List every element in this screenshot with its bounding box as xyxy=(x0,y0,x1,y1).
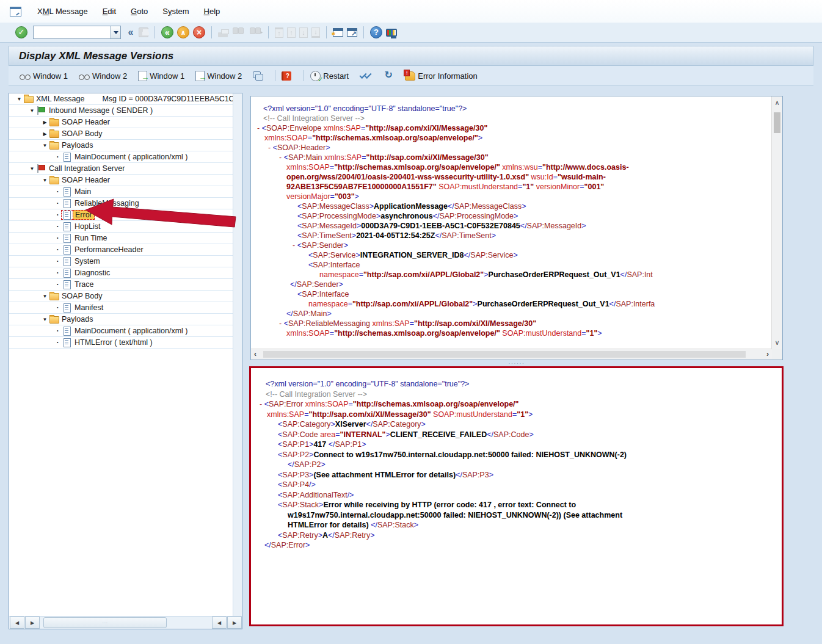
tree-item-maindocument-application-xml[interactable]: ·MainDocument ( application/xml ) xyxy=(9,151,233,163)
xml-line: </SAP:Main> xyxy=(256,309,772,319)
tree-vertical-scrollbar[interactable] xyxy=(233,93,242,617)
caret-closed-icon[interactable]: ▶ xyxy=(41,131,49,137)
doc-icon xyxy=(62,153,73,161)
system-toolbar: ✓ « « ∧ × + ↑ ↑ ↓ ↓ * ↗ ? xyxy=(0,23,822,43)
save-icon[interactable] xyxy=(139,27,148,37)
scroll-left-icon[interactable]: ‹ xyxy=(254,350,256,358)
collapse-icon[interactable]: « xyxy=(126,26,135,39)
customize-layout-icon[interactable] xyxy=(386,29,397,37)
error-information-button[interactable]: !Error Information xyxy=(402,70,480,82)
find-icon[interactable] xyxy=(231,29,245,36)
scroll-thumb[interactable]: ∙∙∙ xyxy=(43,617,167,628)
tree-item-trace[interactable]: ·Trace xyxy=(9,279,233,291)
menu-help[interactable]: Help xyxy=(197,4,228,18)
double-check-button[interactable] xyxy=(357,70,374,82)
caret-open-icon[interactable]: ▼ xyxy=(28,166,36,172)
tree-item-reliablemessaging[interactable]: ·ReliableMessaging xyxy=(9,198,233,209)
scroll-left-button[interactable]: ◀ xyxy=(212,617,227,629)
caret-open-icon[interactable]: ▼ xyxy=(28,108,36,114)
msg-id-text: Msg ID = 000D3A79C9D11EEBA5C1C0F5 xyxy=(102,95,233,103)
page-title: Display XML Message Versions xyxy=(19,50,173,62)
caret-open-icon[interactable]: ▼ xyxy=(41,317,49,322)
doc-icon xyxy=(62,245,73,254)
previous-page-icon[interactable]: ↑ xyxy=(287,27,296,38)
tree-item-payloads[interactable]: ▼Payloads xyxy=(9,140,233,151)
caret-closed-icon[interactable]: ▶ xyxy=(41,120,49,125)
print-icon[interactable] xyxy=(218,32,228,37)
help-icon[interactable]: ? xyxy=(370,26,382,38)
menu-goto[interactable]: Goto xyxy=(123,4,155,18)
caret-open-icon[interactable]: ▼ xyxy=(15,96,23,102)
menu-xml-message[interactable]: XML Message xyxy=(30,4,95,18)
caret-open-icon[interactable]: ▼ xyxy=(41,294,49,299)
scroll-right-icon[interactable]: › xyxy=(766,350,769,358)
xml-main-vertical-scrollbar[interactable]: ∧ ∨ xyxy=(771,96,782,349)
scroll-thumb[interactable] xyxy=(774,112,780,133)
leaf-bullet: · xyxy=(54,234,62,242)
tree-item-soap-body[interactable]: ▼SOAP Body xyxy=(9,291,233,302)
find-next-icon[interactable]: + xyxy=(249,29,262,36)
leaf-bullet: · xyxy=(54,199,62,208)
tree-item-manifest[interactable]: ·Manifest xyxy=(9,302,233,314)
back-icon[interactable]: « xyxy=(161,26,173,38)
refresh-icon: ↻ xyxy=(383,71,394,81)
new-session-icon[interactable]: * xyxy=(333,28,343,37)
caret-open-icon[interactable]: ▼ xyxy=(41,178,49,183)
tree-item-system[interactable]: ·System xyxy=(9,256,233,267)
folder-icon xyxy=(49,129,60,138)
tree-item-soap-header[interactable]: ▼SOAP Header xyxy=(9,175,233,186)
tree-item-inbound-message-sender[interactable]: ▼Inbound Message ( SENDER ) xyxy=(9,105,233,117)
caret-open-icon[interactable]: ▼ xyxy=(41,143,49,148)
exit-icon[interactable]: ∧ xyxy=(177,26,189,38)
window-1-button[interactable]: Window 1 xyxy=(17,70,70,82)
tree-item-soap-body[interactable]: ▶SOAP Body xyxy=(9,128,233,140)
xml-line: <SAP:P3>(See attachment HTMLError for de… xyxy=(258,470,782,480)
tree-item-xml-message[interactable]: ▼XML MessageMsg ID = 000D3A79C9D11EEBA5C… xyxy=(9,93,233,105)
leaf-bullet: · xyxy=(54,245,62,254)
menu-system[interactable]: System xyxy=(155,4,196,18)
tree-item-performanceheader[interactable]: ·PerformanceHeader xyxy=(9,244,233,256)
tree-item-hoplist[interactable]: ·HopList xyxy=(9,221,233,233)
tree-item-payloads[interactable]: ▼Payloads xyxy=(9,314,233,325)
last-page-icon[interactable]: ↓ xyxy=(311,27,320,38)
tree-item-error[interactable]: ·Error xyxy=(9,209,233,221)
first-page-icon[interactable]: ↑ xyxy=(275,27,283,38)
sap-gui-window: XML Message Edit Goto System Help ✓ « « … xyxy=(0,0,822,644)
xml-main-horizontal-scrollbar[interactable]: ‹ › xyxy=(251,349,772,360)
cancel-icon[interactable]: × xyxy=(193,26,205,38)
xml-line: <SAP:ProcessingMode>asynchronous</SAP:Pr… xyxy=(256,211,772,221)
export-page-icon: → xyxy=(195,71,205,81)
menu-edit[interactable]: Edit xyxy=(95,4,123,18)
window-2-button[interactable]: →Window 2 xyxy=(193,70,244,82)
copy-stack-button[interactable] xyxy=(250,70,265,81)
refresh-button[interactable]: ↻ xyxy=(380,70,396,82)
tree-item-diagnostic[interactable]: ·Diagnostic xyxy=(9,267,233,279)
tree-item-soap-header[interactable]: ▶SOAP Header xyxy=(9,117,233,128)
scroll-up-icon[interactable]: ∧ xyxy=(772,99,782,107)
tree-item-call-integration-server[interactable]: ▼Call Integration Server xyxy=(9,163,233,175)
command-input[interactable] xyxy=(33,26,111,39)
scroll-thumb[interactable] xyxy=(263,351,746,358)
tree-item-main[interactable]: ·Main xyxy=(9,186,233,198)
command-dropdown-icon[interactable] xyxy=(111,26,121,39)
restart-button[interactable]: Restart xyxy=(308,70,351,82)
scroll-right-button[interactable]: ▶ xyxy=(25,617,40,629)
scroll-down-icon[interactable]: ∨ xyxy=(772,339,782,347)
window-1-button[interactable]: →Window 1 xyxy=(136,70,187,82)
doc-icon xyxy=(62,303,73,312)
tree-item-maindocument-application-xml[interactable]: ·MainDocument ( application/xml ) xyxy=(9,325,233,337)
tree-item-run-time[interactable]: ·Run Time xyxy=(9,233,233,244)
xml-line: - <SAP:Sender> xyxy=(256,241,772,250)
panel-splitter[interactable]: ∙∙∙∙∙∙ xyxy=(250,360,783,366)
tree-item-htmlerror-text-html[interactable]: ·HTMLError ( text/html ) xyxy=(9,337,233,349)
create-shortcut-icon[interactable]: ↗ xyxy=(347,28,357,37)
scroll-right-button[interactable]: ▶ xyxy=(227,617,242,629)
doc-icon xyxy=(62,234,73,242)
folder-open-icon xyxy=(49,176,60,184)
next-page-icon[interactable]: ↓ xyxy=(299,27,308,38)
scroll-left-button[interactable]: ◀ xyxy=(10,617,24,629)
window-2-button[interactable]: Window 2 xyxy=(76,70,129,82)
enter-icon[interactable]: ✓ xyxy=(15,26,27,38)
book-help-button[interactable]: ? xyxy=(279,70,294,82)
system-menu-icon[interactable] xyxy=(10,7,21,16)
